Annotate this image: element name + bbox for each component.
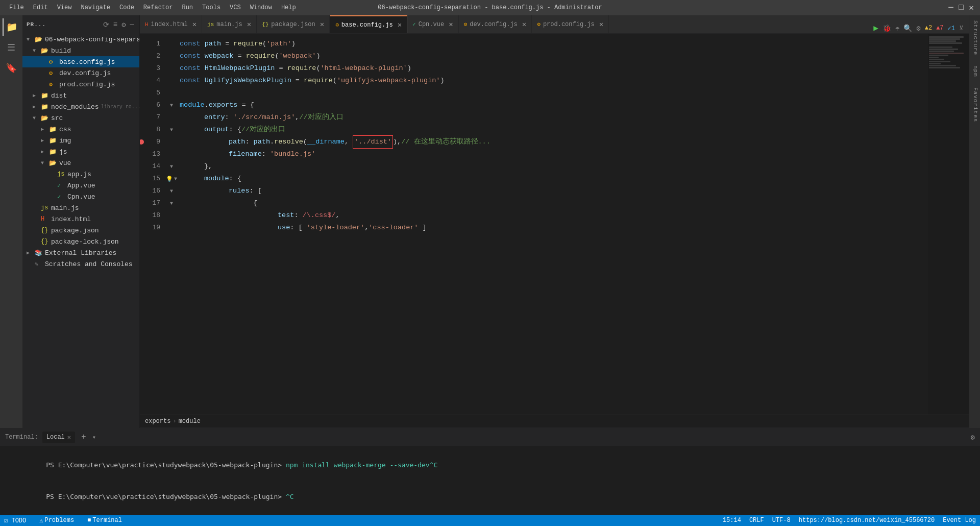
maximize-button[interactable]: □ (958, 4, 965, 11)
menu-code[interactable]: Code (115, 3, 138, 13)
fold-icon[interactable]: ▼ (165, 160, 178, 173)
npm-tab[interactable]: npm (969, 60, 980, 82)
close-tab-icon[interactable]: ✕ (247, 20, 251, 29)
breadcrumb-module[interactable]: module (179, 418, 201, 425)
tree-item-dev-config[interactable]: ⚙ dev.config.js (22, 67, 139, 79)
code-line-1: const path = require('path') (178, 38, 928, 50)
fold-icon[interactable]: ▼ (165, 99, 178, 111)
menu-window[interactable]: Window (246, 3, 276, 13)
close-tab-icon[interactable]: ✕ (522, 20, 526, 29)
terminal-dropdown-icon[interactable]: ▾ (92, 434, 96, 441)
tree-item-js[interactable]: ▶ 📁 js (22, 146, 139, 157)
close-tab-icon[interactable]: ✕ (599, 20, 603, 29)
status-event-log[interactable]: Event Log (939, 515, 980, 526)
tree-item-base-config[interactable]: ⚙ base.config.js (22, 56, 139, 67)
line-number: 18 (140, 209, 160, 222)
line-number: 13 (140, 148, 160, 160)
menu-run[interactable]: Run (178, 3, 197, 13)
tree-item-css[interactable]: ▶ 📁 css (22, 124, 139, 135)
terminal-line-1: PS E:\Computer\vue\practice\studywebpack… (6, 449, 974, 481)
tree-item-build[interactable]: ▼ 📂 build (22, 45, 139, 56)
tree-item-app-js[interactable]: js app.js (22, 169, 139, 180)
bookmarks-icon[interactable]: 🔖 (3, 59, 20, 77)
tree-item-package-json[interactable]: {} package.json (22, 225, 139, 236)
close-button[interactable]: ✕ (968, 4, 975, 11)
fold-icon[interactable]: ▼ (174, 176, 177, 182)
breadcrumb-exports[interactable]: exports (145, 418, 170, 425)
tree-item-src[interactable]: ▼ 📂 src (22, 112, 139, 124)
debug-icon[interactable]: 🐞 (883, 24, 891, 33)
fold-icon[interactable]: ▼ (165, 124, 178, 136)
status-encoding[interactable]: UTF-8 (768, 515, 795, 526)
terminal-output[interactable]: PS E:\Computer\vue\practice\studywebpack… (0, 446, 980, 515)
tree-item-vue[interactable]: ▼ 📂 vue (22, 157, 139, 169)
menu-navigate[interactable]: Navigate (77, 3, 114, 13)
terminal-tab-local[interactable]: Local ✕ (42, 432, 75, 443)
line-number: 9 (140, 136, 160, 148)
expand-icon[interactable]: ⊻ (959, 25, 964, 32)
settings-icon[interactable]: ⚙ (916, 24, 920, 33)
code-line-16: rules: [ (178, 185, 928, 197)
code-line-6: module.exports = { (178, 99, 928, 111)
close-tab-icon[interactable]: ✕ (192, 20, 197, 29)
structure-tab[interactable]: Structure (969, 15, 980, 60)
tree-item-scratches[interactable]: ✎ Scratches and Consoles (22, 258, 139, 270)
status-terminal[interactable]: ■ Terminal (83, 515, 126, 526)
project-files-icon[interactable]: 📁 (3, 18, 20, 36)
tree-item-cpn-vue[interactable]: ✓ Cpn.vue (22, 191, 139, 202)
fold-icon[interactable]: ▼ (165, 185, 178, 197)
sync-icon[interactable]: ⟳ (102, 19, 110, 30)
structure-icon[interactable]: ☰ (3, 39, 20, 56)
menu-help[interactable]: Help (277, 3, 300, 13)
terminal-settings-icon[interactable]: ⚙ (971, 433, 975, 442)
close-tab-icon[interactable]: ✕ (320, 20, 324, 29)
status-todo[interactable]: ☑ TODO (0, 515, 30, 526)
error-count[interactable]: ▲7 (936, 25, 943, 32)
code-text[interactable]: const path = require('path') const webpa… (178, 34, 928, 415)
run-icon[interactable]: ▶ (873, 23, 878, 33)
favorites-tab[interactable]: Favorites (969, 82, 980, 127)
menu-refactor[interactable]: Refactor (139, 3, 177, 13)
tree-item-external-libraries[interactable]: ▶ 📚 External Libraries (22, 247, 139, 258)
tab-dev-config-js[interactable]: ⚙ dev.config.js ✕ (459, 15, 532, 33)
menu-view[interactable]: View (53, 3, 76, 13)
tab-main-js[interactable]: js main.js ✕ (202, 15, 257, 33)
fold-icon[interactable]: ▼ (165, 197, 178, 209)
line-number: 2 (140, 50, 160, 62)
line-number: 4 (140, 75, 160, 87)
tree-item-package-lock[interactable]: {} package-lock.json (22, 236, 139, 247)
status-line-ending[interactable]: CRLF (745, 515, 768, 526)
close-tab-icon[interactable]: ✕ (398, 20, 402, 29)
coverage-icon[interactable]: ☂ (895, 24, 899, 33)
minimize-button[interactable]: ─ (947, 4, 954, 11)
tree-item-index-html[interactable]: H index.html (22, 213, 139, 225)
tab-index-html[interactable]: H index.html ✕ (140, 15, 202, 33)
tree-item-root[interactable]: ▼ 📂 06-webpack-config-separati (22, 34, 139, 45)
gutter-warn-fold[interactable]: 💡 ▼ (165, 173, 178, 185)
tree-item-dist[interactable]: ▶ 📁 dist (22, 90, 139, 101)
menu-file[interactable]: File (5, 3, 28, 13)
tab-cpn-vue[interactable]: ✓ Cpn.vue ✕ (407, 15, 458, 33)
close-tab-icon[interactable]: ✕ (449, 20, 453, 29)
tree-item-main-js[interactable]: js main.js (22, 202, 139, 213)
close-terminal-tab-icon[interactable]: ✕ (67, 434, 71, 441)
add-terminal-button[interactable]: + (79, 433, 88, 442)
status-url[interactable]: https://blog.csdn.net/weixin_45566720 (795, 515, 939, 526)
warning-count[interactable]: ▲2 (925, 25, 932, 32)
menu-tools[interactable]: Tools (198, 3, 225, 13)
settings-icon[interactable]: ⚙ (120, 19, 127, 30)
menu-edit[interactable]: Edit (29, 3, 52, 13)
tree-item-img[interactable]: ▶ 📁 img (22, 135, 139, 146)
tree-item-prod-config[interactable]: ⚙ prod.config.js (22, 79, 139, 90)
tab-prod-config-js[interactable]: ⚙ prod.config.js ✕ (532, 15, 609, 33)
tab-package-json[interactable]: {} package.json ✕ (257, 15, 330, 33)
search-icon[interactable]: 🔍 (903, 24, 912, 33)
menu-vcs[interactable]: VCS (226, 3, 245, 13)
status-problems[interactable]: ⚠ Problems (35, 515, 78, 526)
tree-item-node-modules[interactable]: ▶ 📁 node_modules library ro... (22, 101, 139, 112)
tree-item-app-vue[interactable]: ✓ App.vue (22, 180, 139, 191)
info-count[interactable]: ✓1 (948, 25, 955, 32)
close-sidebar-icon[interactable]: ─ (129, 19, 135, 30)
tab-base-config-js[interactable]: ⚙ base.config.js ✕ (330, 15, 407, 33)
collapse-all-icon[interactable]: ≡ (112, 19, 118, 30)
